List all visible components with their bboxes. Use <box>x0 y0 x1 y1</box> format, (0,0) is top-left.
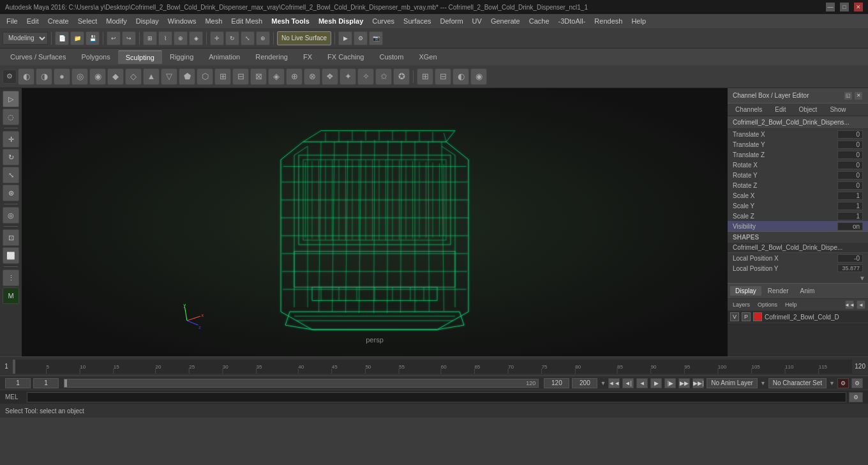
snap-together-button[interactable]: ⋮ <box>3 270 19 286</box>
translate-z-channel[interactable]: Translate Z 0 <box>728 149 868 160</box>
rotate-z-channel[interactable]: Rotate Z 0 <box>728 180 868 190</box>
playback-next-key[interactable]: ▶▶ <box>678 378 690 388</box>
visibility-channel[interactable]: Visibility on <box>728 221 868 231</box>
maya-button[interactable]: M <box>3 287 19 304</box>
layers-option[interactable]: Layers <box>730 301 752 309</box>
playback-step-fwd[interactable]: |▶ <box>664 378 676 388</box>
sculpt-tool-5[interactable]: ◉ <box>89 68 106 85</box>
paint-select-button[interactable]: ⬜ <box>3 247 19 264</box>
options-option[interactable]: Options <box>755 301 780 309</box>
tab-xgen[interactable]: XGen <box>411 50 444 63</box>
autokey-button[interactable]: ⚙ <box>837 378 849 388</box>
snap-point-button[interactable]: ⊕ <box>174 31 188 45</box>
render-button[interactable]: ▶ <box>338 31 352 45</box>
show-tab[interactable]: Show <box>825 105 851 114</box>
move-tool-lt-button[interactable]: ✛ <box>3 131 19 148</box>
lasso-tool-button[interactable]: ◌ <box>3 109 19 125</box>
sculpt-extra-3[interactable]: ◐ <box>453 68 469 85</box>
menu-item-mesh[interactable]: Mesh <box>201 16 226 26</box>
workspace-select[interactable]: Modeling <box>3 32 48 45</box>
menu-item-curves[interactable]: Curves <box>368 16 398 26</box>
sculpt-tool-19[interactable]: ✦ <box>340 68 356 85</box>
tab-animation[interactable]: Animation <box>201 50 248 63</box>
sculpt-tool-22[interactable]: ✪ <box>393 68 410 85</box>
menu-item-windows[interactable]: Windows <box>164 16 200 26</box>
playback-play[interactable]: ▶ <box>650 378 662 388</box>
menu-item-edit[interactable]: Edit <box>23 16 43 26</box>
menu-item-select[interactable]: Select <box>74 16 101 26</box>
sculpt-tool-8[interactable]: ▲ <box>143 68 160 85</box>
display-tab[interactable]: Display <box>730 286 761 296</box>
playback-slider[interactable]: 120 <box>64 379 539 388</box>
sculpt-tool-9[interactable]: ▽ <box>161 68 177 85</box>
rotate-tool-button[interactable]: ↻ <box>225 31 239 45</box>
sculpt-tool-15[interactable]: ◈ <box>268 68 285 85</box>
undo-button[interactable]: ↩ <box>107 31 121 45</box>
playback-prev-key[interactable]: ◄| <box>622 378 634 388</box>
tab-rigging[interactable]: Rigging <box>162 50 201 63</box>
redo-button[interactable]: ↪ <box>122 31 136 45</box>
cmd-language-label[interactable]: MEL <box>5 393 24 400</box>
snap-surface-button[interactable]: ◈ <box>189 31 203 45</box>
char-set-dropdown[interactable]: ▼ <box>829 380 835 386</box>
menu-item-help[interactable]: Help <box>627 16 650 26</box>
channel-box-close-button[interactable]: ✕ <box>854 91 863 100</box>
range-dropdown-icon[interactable]: ▼ <box>600 380 606 386</box>
scale-tool-lt-button[interactable]: ⤡ <box>3 167 19 183</box>
menu-item-modify[interactable]: Modify <box>102 16 130 26</box>
select-tool-button[interactable]: ▷ <box>3 91 19 107</box>
camera-button[interactable]: 📷 <box>369 31 383 45</box>
menu-item-generate[interactable]: Generate <box>487 16 524 26</box>
no-live-surface-button[interactable]: No Live Surface <box>277 31 331 45</box>
rotate-x-channel[interactable]: Rotate X 0 <box>728 160 868 170</box>
sculpt-tool-4[interactable]: ◎ <box>71 68 88 85</box>
channels-tab[interactable]: Channels <box>730 105 767 114</box>
help-option[interactable]: Help <box>782 301 800 309</box>
universal-manipulator-button[interactable]: ⊛ <box>3 185 19 201</box>
universal-tool-button[interactable]: ⊛ <box>256 31 270 45</box>
soft-selection-button[interactable]: ◎ <box>3 207 19 224</box>
sculpt-extra-4[interactable]: ◉ <box>470 68 487 85</box>
new-file-button[interactable]: 📄 <box>55 31 69 45</box>
menu-item-rendesh[interactable]: Rendesh <box>590 16 626 26</box>
sculpt-extra-1[interactable]: ⊞ <box>417 68 433 85</box>
local-pos-x-channel[interactable]: Local Position X -0 <box>728 253 868 263</box>
sculpt-tool-16[interactable]: ⊕ <box>286 68 303 85</box>
sculpt-tool-12[interactable]: ⊞ <box>214 68 231 85</box>
tab-rendering[interactable]: Rendering <box>248 50 296 63</box>
menu-item-edit-mesh[interactable]: Edit Mesh <box>227 16 266 26</box>
render-settings-button[interactable]: ⚙ <box>354 31 368 45</box>
current-frame-input[interactable] <box>5 378 31 388</box>
marquee-select-button[interactable]: ⊡ <box>3 229 19 246</box>
sculpt-tool-10[interactable]: ⬟ <box>179 68 195 85</box>
layer-visibility-toggle[interactable]: V <box>730 312 739 321</box>
timeline-ruler[interactable]: 5 10 15 20 25 30 35 40 45 50 55 60 65 70… <box>13 360 852 374</box>
tab-fx-caching[interactable]: FX Caching <box>320 50 371 63</box>
channel-box-float-button[interactable]: ◱ <box>844 91 853 100</box>
sculpt-tool-20[interactable]: ✧ <box>357 68 374 85</box>
menu-item-3dtoall[interactable]: -3DtoAll- <box>555 16 590 26</box>
translate-y-channel[interactable]: Translate Y 0 <box>728 139 868 149</box>
sculpt-tool-14[interactable]: ⊠ <box>250 68 267 85</box>
sculpt-settings-icon[interactable]: ⚙ <box>3 70 17 84</box>
tab-custom[interactable]: Custom <box>372 50 412 63</box>
anim-layer-dropdown[interactable]: ▼ <box>760 380 766 386</box>
close-button[interactable]: ✕ <box>854 3 863 11</box>
layer-color-swatch[interactable] <box>753 312 762 321</box>
sculpt-extra-2[interactable]: ⊟ <box>435 68 451 85</box>
rotate-tool-lt-button[interactable]: ↻ <box>3 149 19 165</box>
char-set-selector[interactable]: No Character Set <box>768 378 827 388</box>
render-tab[interactable]: Render <box>763 286 794 296</box>
menu-item-surfaces[interactable]: Surfaces <box>400 16 435 26</box>
anim-layer-selector[interactable]: No Anim Layer <box>707 378 758 388</box>
menu-item-mesh-tools[interactable]: Mesh Tools <box>267 16 313 26</box>
sculpt-tool-7[interactable]: ◇ <box>125 68 142 85</box>
menu-item-display[interactable]: Display <box>132 16 163 26</box>
snap-curve-button[interactable]: ⌇ <box>158 31 172 45</box>
tab-curves-surfaces[interactable]: Curves / Surfaces <box>3 50 73 63</box>
tab-fx[interactable]: FX <box>296 50 320 63</box>
playback-step-back[interactable]: ◄ <box>636 378 648 388</box>
range-start-input[interactable] <box>33 378 59 388</box>
save-file-button[interactable]: 💾 <box>86 31 100 45</box>
sculpt-tool-18[interactable]: ❖ <box>322 68 338 85</box>
